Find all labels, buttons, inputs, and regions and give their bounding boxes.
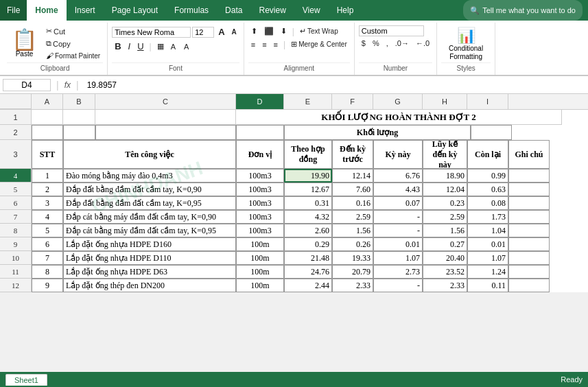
row-header-7[interactable]: 7 bbox=[0, 210, 32, 224]
cell-B1[interactable] bbox=[63, 110, 95, 125]
cell-F12[interactable]: - bbox=[373, 279, 423, 292]
fill-color-button[interactable]: A bbox=[168, 41, 180, 52]
tell-me-box[interactable]: 🔍 Tell me what you want to do bbox=[463, 0, 583, 21]
cell-C10[interactable]: 100m bbox=[236, 251, 284, 265]
file-tab[interactable]: File bbox=[0, 0, 27, 21]
cell-E11[interactable]: 20.79 bbox=[332, 265, 373, 279]
cell-reference-input[interactable] bbox=[3, 79, 51, 91]
cell-I4[interactable] bbox=[508, 169, 550, 183]
cell-H11[interactable]: 1.24 bbox=[467, 265, 508, 279]
comma-button[interactable]: , bbox=[384, 38, 391, 49]
cell-A12[interactable]: 9 bbox=[32, 279, 63, 292]
tab-help[interactable]: Help bbox=[329, 0, 362, 21]
cell-D1[interactable]: KHỐI LƯỢNG HOÀN THÀNH ĐỢT 2 bbox=[236, 110, 562, 125]
bold-button[interactable]: B bbox=[112, 40, 124, 53]
align-left-button[interactable]: ≡ bbox=[248, 39, 258, 50]
cell-H12[interactable]: 0.11 bbox=[467, 279, 508, 292]
cell-G3[interactable]: Kỳ này bbox=[373, 140, 423, 169]
align-top-button[interactable]: ⬆ bbox=[248, 25, 260, 37]
tab-page-layout[interactable]: Page Layout bbox=[104, 0, 166, 21]
cell-C9[interactable]: 100m bbox=[236, 237, 284, 251]
cell-G8[interactable]: 1.56 bbox=[423, 224, 467, 237]
col-header-I[interactable]: I bbox=[467, 94, 508, 109]
decrease-font-button[interactable]: A bbox=[229, 27, 239, 37]
cell-E10[interactable]: 19.33 bbox=[332, 251, 373, 265]
tab-insert[interactable]: Insert bbox=[67, 0, 104, 21]
cell-E3[interactable]: Theo hợp đồng bbox=[284, 140, 332, 169]
cell-I3[interactable]: Còn lại bbox=[467, 140, 508, 169]
align-middle-button[interactable]: ⬛ bbox=[261, 25, 277, 37]
cell-B9[interactable]: Lắp đặt ống nhựa HDPE D160 bbox=[63, 237, 236, 251]
cell-E6[interactable]: 0.16 bbox=[332, 196, 373, 210]
align-center-button[interactable]: ≡ bbox=[259, 39, 269, 50]
cell-B8[interactable]: Đắp cát bằng máy đầm đất cầm tay, K=0,95 bbox=[63, 224, 236, 237]
col-header-C[interactable]: C bbox=[95, 94, 236, 109]
col-header-A[interactable]: A bbox=[32, 94, 63, 109]
fx-button[interactable]: fx bbox=[64, 80, 71, 90]
cell-H7[interactable]: 1.73 bbox=[467, 210, 508, 224]
row-header-12[interactable]: 12 bbox=[0, 279, 32, 292]
cell-H8[interactable]: 1.04 bbox=[467, 224, 508, 237]
cell-F9[interactable]: 0.01 bbox=[373, 237, 423, 251]
increase-font-button[interactable]: A bbox=[215, 25, 227, 38]
cell-B4[interactable]: Đào móng bằng máy đào 0,4m3 bbox=[63, 169, 236, 183]
cell-F7[interactable]: - bbox=[373, 210, 423, 224]
cell-E12[interactable]: 2.33 bbox=[332, 279, 373, 292]
align-bottom-button[interactable]: ⬇ bbox=[278, 25, 290, 37]
cell-D9[interactable]: 0.29 bbox=[284, 237, 332, 251]
merge-center-button[interactable]: ⊞ Merge & Center bbox=[288, 38, 350, 50]
cell-E8[interactable]: 1.56 bbox=[332, 224, 373, 237]
cell-E9[interactable]: 0.26 bbox=[332, 237, 373, 251]
row-header-9[interactable]: 9 bbox=[0, 237, 32, 251]
sheet-tab[interactable]: Sheet1 bbox=[5, 374, 47, 386]
cell-C2[interactable] bbox=[95, 125, 236, 140]
cell-D10[interactable]: 21.48 bbox=[284, 251, 332, 265]
tab-view[interactable]: View bbox=[294, 0, 329, 21]
cell-H9[interactable]: 0.01 bbox=[467, 237, 508, 251]
cell-A3[interactable]: STT bbox=[32, 140, 63, 169]
wrap-text-button[interactable]: ↵ Text Wrap bbox=[297, 25, 341, 37]
cell-D12[interactable]: 2.44 bbox=[284, 279, 332, 292]
cell-B3[interactable]: Tên công việc bbox=[63, 140, 236, 169]
increase-decimal-button[interactable]: .0→ bbox=[392, 38, 412, 49]
cut-button[interactable]: ✂ Cut bbox=[43, 25, 103, 37]
cell-B2[interactable] bbox=[63, 125, 95, 140]
cell-B5[interactable]: Đắp đất bằng đầm đất cầm tay, K=0,90 bbox=[63, 183, 236, 196]
cell-I5[interactable] bbox=[508, 183, 550, 196]
cell-I8[interactable] bbox=[508, 224, 550, 237]
cell-A8[interactable]: 5 bbox=[32, 224, 63, 237]
cell-C11[interactable]: 100m bbox=[236, 265, 284, 279]
cell-E2[interactable]: Khối lượng bbox=[284, 125, 471, 140]
cell-E5[interactable]: 7.60 bbox=[332, 183, 373, 196]
cell-I9[interactable] bbox=[508, 237, 550, 251]
cell-G4[interactable]: 18.90 bbox=[423, 169, 467, 183]
cell-A10[interactable]: 7 bbox=[32, 251, 63, 265]
conditional-formatting-button[interactable]: 📊 Conditional Formatting bbox=[441, 25, 491, 62]
align-right-button[interactable]: ≡ bbox=[271, 39, 281, 50]
cell-A2[interactable] bbox=[32, 125, 63, 140]
border-button[interactable]: ▦ bbox=[154, 40, 167, 52]
cell-D4[interactable]: 19.90 bbox=[284, 169, 332, 183]
cell-A6[interactable]: 3 bbox=[32, 196, 63, 210]
tab-data[interactable]: Data bbox=[217, 0, 250, 21]
row-header-8[interactable]: 8 bbox=[0, 224, 32, 237]
cell-H3[interactable]: Lũy kế đến kỳ này bbox=[423, 140, 467, 169]
row-header-3[interactable]: 3 bbox=[0, 140, 32, 169]
cell-A11[interactable]: 8 bbox=[32, 265, 63, 279]
col-header-H[interactable]: H bbox=[423, 94, 467, 109]
row-header-1[interactable]: 1 bbox=[0, 110, 32, 125]
cell-I7[interactable] bbox=[508, 210, 550, 224]
underline-button[interactable]: U bbox=[134, 40, 146, 53]
cell-C1[interactable] bbox=[95, 110, 236, 125]
cell-A9[interactable]: 6 bbox=[32, 237, 63, 251]
cell-A7[interactable]: 4 bbox=[32, 210, 63, 224]
tab-review[interactable]: Review bbox=[250, 0, 294, 21]
cell-B11[interactable]: Lắp đặt ống nhựa HDPE D63 bbox=[63, 265, 236, 279]
cell-B6[interactable]: Đắp đất bằng đầm đất cầm tay, K=0,95 bbox=[63, 196, 236, 210]
cell-C4[interactable]: 100m3 bbox=[236, 169, 284, 183]
cell-G11[interactable]: 23.52 bbox=[423, 265, 467, 279]
percent-button[interactable]: % bbox=[370, 38, 382, 49]
number-format-input[interactable] bbox=[359, 25, 424, 36]
row-header-10[interactable]: 10 bbox=[0, 251, 32, 265]
cell-G9[interactable]: 0.27 bbox=[423, 237, 467, 251]
